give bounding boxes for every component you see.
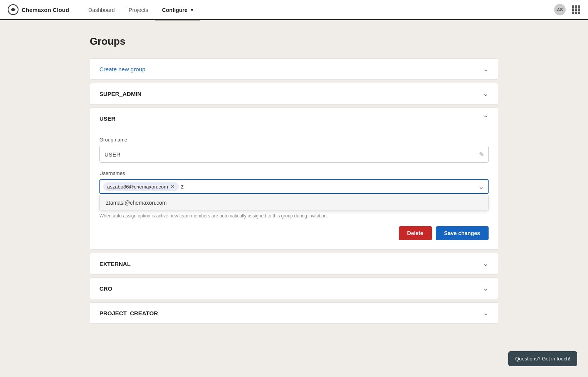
chevron-down-icon-external: ⌄ bbox=[483, 259, 489, 268]
project-creator-label: PROJECT_CREATOR bbox=[99, 310, 158, 316]
apps-grid-icon[interactable] bbox=[572, 5, 580, 14]
configure-chevron-icon: ▾ bbox=[191, 7, 193, 13]
chevron-down-icon-super-admin: ⌄ bbox=[483, 89, 489, 98]
chevron-up-icon-user: ⌃ bbox=[483, 114, 489, 123]
usernames-text-input[interactable] bbox=[181, 183, 485, 190]
external-label: EXTERNAL bbox=[99, 261, 131, 267]
group-card-external: EXTERNAL ⌄ bbox=[90, 253, 498, 274]
group-header-external[interactable]: EXTERNAL ⌄ bbox=[90, 253, 498, 274]
main-nav: Dashboard Projects Configure ▾ bbox=[81, 0, 554, 20]
chevron-down-icon-cro: ⌄ bbox=[483, 284, 489, 293]
nav-dashboard[interactable]: Dashboard bbox=[81, 0, 122, 20]
create-new-group-label: Create new group bbox=[99, 66, 145, 72]
group-card-cro: CRO ⌄ bbox=[90, 278, 498, 299]
usernames-tags-input[interactable]: aszabo86@chemaxon.com ✕ ⌄ bbox=[99, 179, 489, 194]
usernames-form-group: Usernames aszabo86@chemaxon.com ✕ ⌄ ztam… bbox=[99, 170, 489, 194]
nav-configure[interactable]: Configure ▾ bbox=[155, 0, 200, 20]
group-header-project-creator[interactable]: PROJECT_CREATOR ⌄ bbox=[90, 303, 498, 323]
chevron-down-icon-create: ⌄ bbox=[483, 65, 489, 73]
chevron-down-icon-project-creator: ⌄ bbox=[483, 309, 489, 317]
tag-aszabo: aszabo86@chemaxon.com ✕ bbox=[103, 182, 179, 191]
group-card-user: USER ⌃ Group name ✎ Usernames aszabo86@c… bbox=[90, 108, 498, 250]
logo-text: Chemaxon Cloud bbox=[22, 7, 69, 13]
main-content: Groups Create new group ⌄ SUPER_ADMIN ⌄ … bbox=[82, 20, 506, 342]
user-avatar[interactable]: AS bbox=[554, 4, 566, 15]
user-group-expanded: Group name ✎ Usernames aszabo86@chemaxon… bbox=[90, 129, 498, 249]
nav-projects[interactable]: Projects bbox=[122, 0, 155, 20]
group-header-user[interactable]: USER ⌃ bbox=[90, 108, 498, 129]
super-admin-label: SUPER_ADMIN bbox=[99, 91, 141, 97]
tags-dropdown-arrow-icon[interactable]: ⌄ bbox=[478, 182, 484, 191]
logo[interactable]: Chemaxon Cloud bbox=[8, 4, 69, 15]
page-title: Groups bbox=[90, 35, 498, 47]
header: Chemaxon Cloud Dashboard Projects Config… bbox=[0, 0, 588, 20]
group-name-input-wrapper: ✎ bbox=[99, 146, 489, 163]
user-group-label: USER bbox=[99, 115, 116, 122]
save-changes-button[interactable]: Save changes bbox=[436, 226, 489, 240]
chemaxon-logo-icon bbox=[8, 4, 18, 15]
header-right: AS bbox=[554, 4, 580, 15]
usernames-label: Usernames bbox=[99, 170, 489, 176]
group-card-super-admin: SUPER_ADMIN ⌄ bbox=[90, 83, 498, 104]
auto-assign-hint: When auto assign option is active new te… bbox=[99, 213, 489, 219]
cro-label: CRO bbox=[99, 285, 112, 292]
group-name-form-group: Group name ✎ bbox=[99, 137, 489, 163]
group-name-label: Group name bbox=[99, 137, 489, 143]
group-card-create-new: Create new group ⌄ bbox=[90, 58, 498, 80]
dropdown-item-ztamasi[interactable]: ztamasi@chemaxon.com bbox=[100, 195, 488, 210]
usernames-tags-container: aszabo86@chemaxon.com ✕ ⌄ ztamasi@chemax… bbox=[99, 179, 489, 194]
actions-row: Delete Save changes bbox=[99, 226, 489, 240]
delete-button[interactable]: Delete bbox=[399, 226, 432, 240]
group-card-project-creator: PROJECT_CREATOR ⌄ bbox=[90, 302, 498, 324]
group-header-super-admin[interactable]: SUPER_ADMIN ⌄ bbox=[90, 83, 498, 104]
group-name-input[interactable] bbox=[99, 146, 489, 163]
tag-label-aszabo: aszabo86@chemaxon.com bbox=[107, 184, 168, 190]
chat-button[interactable]: Questions? Get in touch! bbox=[508, 351, 577, 366]
tag-remove-aszabo[interactable]: ✕ bbox=[170, 183, 175, 190]
edit-icon: ✎ bbox=[479, 151, 484, 158]
group-header-create-new[interactable]: Create new group ⌄ bbox=[90, 59, 498, 79]
usernames-dropdown-list: ztamasi@chemaxon.com bbox=[99, 195, 489, 211]
chat-button-label: Questions? Get in touch! bbox=[515, 356, 570, 362]
group-header-cro[interactable]: CRO ⌄ bbox=[90, 278, 498, 299]
